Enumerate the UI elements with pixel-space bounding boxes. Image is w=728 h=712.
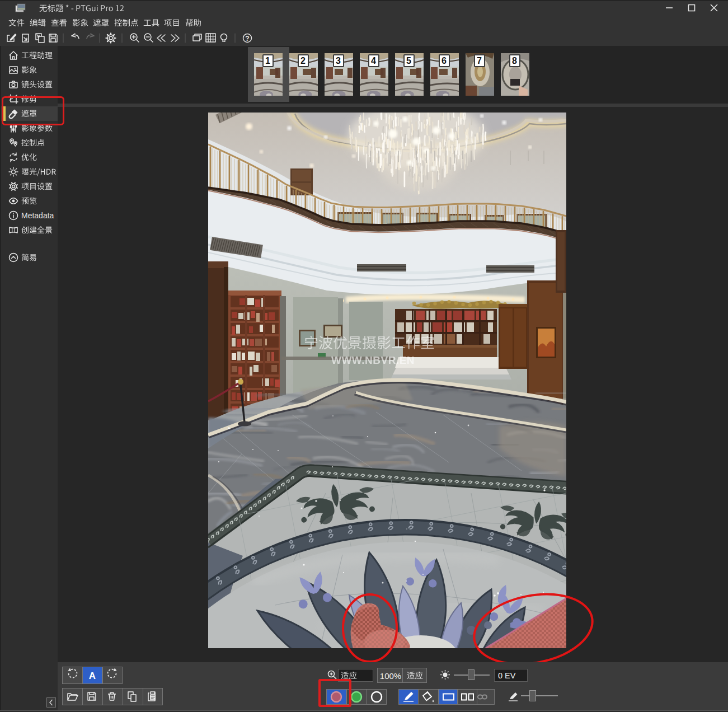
svg-text:A: A (89, 671, 96, 681)
svg-text:?: ? (245, 35, 249, 43)
